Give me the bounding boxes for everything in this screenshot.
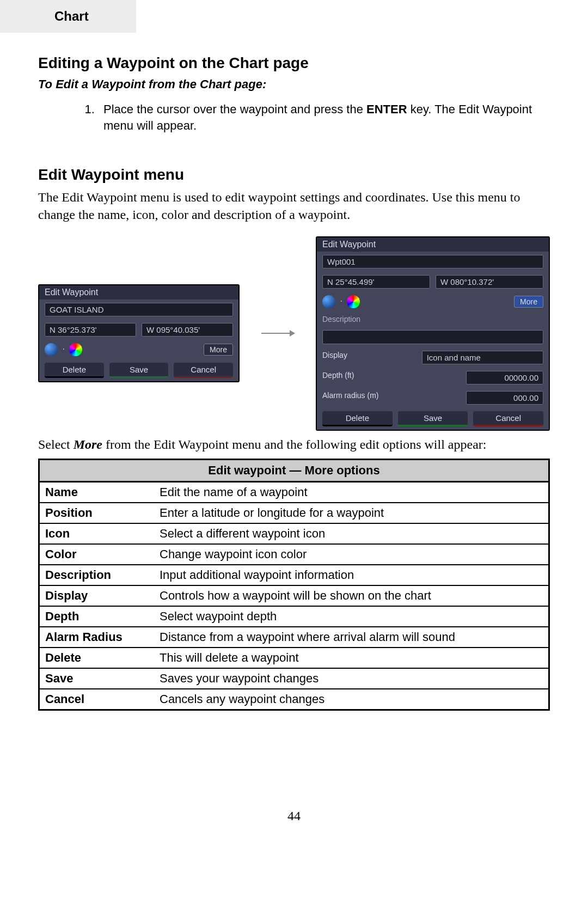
cancel-button[interactable]: Cancel xyxy=(473,411,543,426)
more-button[interactable]: More xyxy=(204,344,233,356)
save-button[interactable]: Save xyxy=(109,363,169,378)
panel-title: Edit Waypoint xyxy=(39,285,238,300)
color-picker-icon[interactable] xyxy=(69,343,82,356)
table-header: Edit waypoint — More options xyxy=(39,459,549,481)
opt-val: Saves your waypoint changes xyxy=(154,668,549,689)
select-more-pre: Select xyxy=(38,437,74,451)
table-row: ColorChange waypoint icon color xyxy=(39,544,549,565)
opt-val: Select a different waypoint icon xyxy=(154,523,549,544)
lon-field[interactable]: W 080°10.372' xyxy=(436,275,543,289)
opt-key: Save xyxy=(39,668,155,689)
cancel-button[interactable]: Cancel xyxy=(174,363,233,378)
table-row: Alarm RadiusDistance from a waypoint whe… xyxy=(39,627,549,648)
select-more-post: from the Edit Waypoint menu and the foll… xyxy=(102,437,487,451)
opt-val: Select waypoint depth xyxy=(154,606,549,627)
description-field[interactable] xyxy=(322,330,543,344)
edit-waypoint-panel-expanded: Edit Waypoint Wpt001 N 25°45.499' W 080°… xyxy=(316,236,550,431)
opt-key: Color xyxy=(39,544,155,565)
section-header-tab: Chart xyxy=(0,0,136,33)
delete-button[interactable]: Delete xyxy=(45,363,104,378)
display-field[interactable]: Icon and name xyxy=(422,351,543,364)
lat-field[interactable]: N 36°25.373' xyxy=(45,323,136,337)
opt-key: Name xyxy=(39,481,155,503)
lat-field[interactable]: N 25°45.499' xyxy=(322,275,430,289)
opt-key: Alarm Radius xyxy=(39,627,155,648)
opt-val: Change waypoint icon color xyxy=(154,544,549,565)
step-1-pre: Place the cursor over the waypoint and p… xyxy=(103,102,366,116)
display-label: Display xyxy=(322,351,347,364)
dropdown-sep-icon: · xyxy=(62,344,64,353)
table-row: DescriptionInput additional waypoint inf… xyxy=(39,565,549,585)
table-row: IconSelect a different waypoint icon xyxy=(39,523,549,544)
lon-field[interactable]: W 095°40.035' xyxy=(142,323,233,337)
paragraph-edit-waypoint-intro: The Edit Waypoint menu is used to edit w… xyxy=(38,189,550,223)
delete-button[interactable]: Delete xyxy=(322,411,393,426)
description-label: Description xyxy=(317,312,549,327)
table-row: PositionEnter a latitude or longitude fo… xyxy=(39,503,549,523)
table-row: DepthSelect waypoint depth xyxy=(39,606,549,627)
edit-waypoint-panel-compact: Edit Waypoint GOAT ISLAND N 36°25.373' W… xyxy=(38,284,240,382)
waypoint-icon[interactable] xyxy=(45,343,58,356)
subheading-to-edit: To Edit a Waypoint from the Chart page: xyxy=(38,77,550,91)
heading-edit-waypoint-menu: Edit Waypoint menu xyxy=(38,166,550,184)
page-number: 44 xyxy=(38,809,550,823)
opt-val: Controls how a waypoint will be shown on… xyxy=(154,585,549,606)
color-picker-icon[interactable] xyxy=(347,295,360,308)
paragraph-select-more: Select More from the Edit Waypoint menu … xyxy=(38,436,550,453)
screenshot-row: Edit Waypoint GOAT ISLAND N 36°25.373' W… xyxy=(38,236,550,431)
depth-field[interactable]: 00000.00 xyxy=(466,371,543,384)
opt-key: Display xyxy=(39,585,155,606)
opt-key: Delete xyxy=(39,648,155,668)
table-row: SaveSaves your waypoint changes xyxy=(39,668,549,689)
table-row: DeleteThis will delete a waypoint xyxy=(39,648,549,668)
heading-editing-waypoint: Editing a Waypoint on the Chart page xyxy=(38,54,550,72)
waypoint-icon[interactable] xyxy=(322,295,335,308)
waypoint-name-field[interactable]: Wpt001 xyxy=(322,255,543,268)
opt-val: Input additional waypoint information xyxy=(154,565,549,585)
depth-label: Depth (ft) xyxy=(322,371,354,384)
opt-val: Enter a latitude or longitude for a wayp… xyxy=(154,503,549,523)
alarm-radius-field[interactable]: 000.00 xyxy=(466,391,543,405)
opt-key: Position xyxy=(39,503,155,523)
table-row: NameEdit the name of a waypoint xyxy=(39,481,549,503)
opt-val: Distance from a waypoint where arrival a… xyxy=(154,627,549,648)
step-1-key: ENTER xyxy=(366,102,407,116)
step-1: Place the cursor over the waypoint and p… xyxy=(98,101,550,133)
opt-val: Edit the name of a waypoint xyxy=(154,481,549,503)
alarm-radius-label: Alarm radius (m) xyxy=(322,391,378,405)
opt-key: Icon xyxy=(39,523,155,544)
opt-val: Cancels any waypoint changes xyxy=(154,689,549,710)
table-row: DisplayControls how a waypoint will be s… xyxy=(39,585,549,606)
panel-title: Edit Waypoint xyxy=(317,237,549,252)
table-row: CancelCancels any waypoint changes xyxy=(39,689,549,710)
opt-val: This will delete a waypoint xyxy=(154,648,549,668)
more-options-table: Edit waypoint — More options NameEdit th… xyxy=(38,459,550,711)
waypoint-name-field[interactable]: GOAT ISLAND xyxy=(45,303,233,316)
arrow-icon xyxy=(261,333,294,334)
select-more-key: More xyxy=(74,437,102,451)
dropdown-sep-icon: · xyxy=(340,296,342,306)
save-button[interactable]: Save xyxy=(398,411,468,426)
opt-key: Description xyxy=(39,565,155,585)
opt-key: Depth xyxy=(39,606,155,627)
more-button[interactable]: More xyxy=(514,296,543,308)
opt-key: Cancel xyxy=(39,689,155,710)
